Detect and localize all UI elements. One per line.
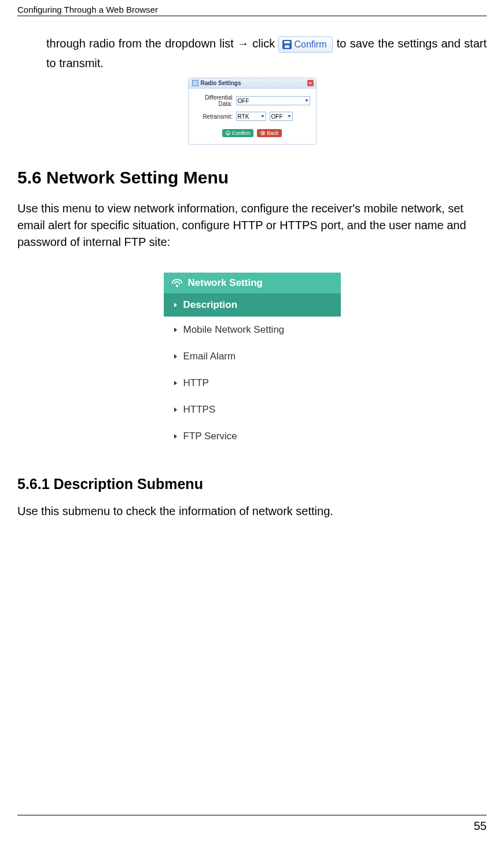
footer-divider	[17, 815, 487, 815]
section-5-6-heading: 5.6 Network Setting Menu	[17, 168, 487, 188]
wifi-icon	[172, 279, 182, 287]
chevron-down-icon	[305, 100, 308, 102]
retransmit-value-2: OFF	[271, 113, 283, 120]
confirm-inline-label: Confirm	[294, 40, 326, 49]
confirm-button[interactable]: Confirm	[222, 129, 254, 137]
menu-item-label: HTTPS	[183, 404, 216, 415]
page-header: Configuring Through a Web Browser	[17, 0, 487, 16]
menu-item-label: Mobile Network Setting	[183, 324, 285, 335]
menu-item-ftp-service[interactable]: FTP Service	[164, 423, 341, 450]
menu-item-label: FTP Service	[183, 431, 237, 442]
network-setting-header[interactable]: Network Setting	[164, 273, 341, 293]
menu-item-label: HTTP	[183, 377, 209, 388]
intro-text-before: through radio from the dropdown list → c…	[46, 37, 278, 50]
menu-item-label: Description	[183, 299, 238, 310]
dialog-titlebar: Radio Settings ×	[189, 78, 316, 89]
retransmit-label: Retransmit:	[194, 113, 236, 120]
confirm-button-label: Confirm	[232, 130, 251, 136]
section-5-6-paragraph: Use this menu to view network informatio…	[17, 200, 487, 251]
menu-item-http[interactable]: HTTP	[164, 370, 341, 396]
menu-item-email-alarm[interactable]: Email Alarm	[164, 343, 341, 370]
retransmit-row: Retransmit: RTK OFF	[194, 112, 310, 121]
close-icon[interactable]: ×	[307, 80, 314, 86]
retransmit-select-1[interactable]: RTK	[236, 112, 266, 121]
differential-data-row: Differential Data: OFF	[194, 94, 310, 107]
chevron-down-icon	[288, 115, 291, 117]
intro-paragraph: through radio from the dropdown list → c…	[46, 34, 487, 73]
dialog-title: Radio Settings	[201, 80, 241, 86]
window-icon	[192, 80, 198, 86]
cancel-icon	[260, 131, 265, 135]
differential-data-label: Differential Data:	[194, 94, 236, 107]
section-5-6-1-paragraph: Use this submenu to check the informatio…	[17, 503, 487, 520]
check-icon	[226, 131, 230, 135]
retransmit-value-1: RTK	[238, 113, 249, 120]
confirm-button-inline[interactable]: Confirm	[278, 36, 333, 53]
network-setting-menu: Network Setting Description Mobile Netwo…	[164, 273, 341, 450]
header-title: Configuring Through a Web Browser	[17, 5, 158, 14]
menu-item-description[interactable]: Description	[164, 293, 341, 317]
differential-data-select[interactable]: OFF	[236, 96, 310, 105]
menu-item-label: Email Alarm	[183, 351, 236, 362]
differential-data-value: OFF	[238, 98, 249, 104]
menu-item-https[interactable]: HTTPS	[164, 396, 341, 423]
chevron-down-icon	[261, 115, 264, 117]
menu-item-mobile-network[interactable]: Mobile Network Setting	[164, 317, 341, 343]
network-setting-header-label: Network Setting	[188, 277, 263, 289]
section-5-6-1-heading: 5.6.1 Description Submenu	[17, 476, 487, 493]
back-button-label: Back	[267, 130, 278, 136]
radio-settings-dialog: Radio Settings × Differential Data: OFF …	[188, 78, 317, 145]
retransmit-select-2[interactable]: OFF	[270, 112, 293, 121]
page-number: 55	[474, 819, 487, 833]
back-button[interactable]: Back	[257, 129, 282, 137]
save-icon	[282, 40, 292, 49]
